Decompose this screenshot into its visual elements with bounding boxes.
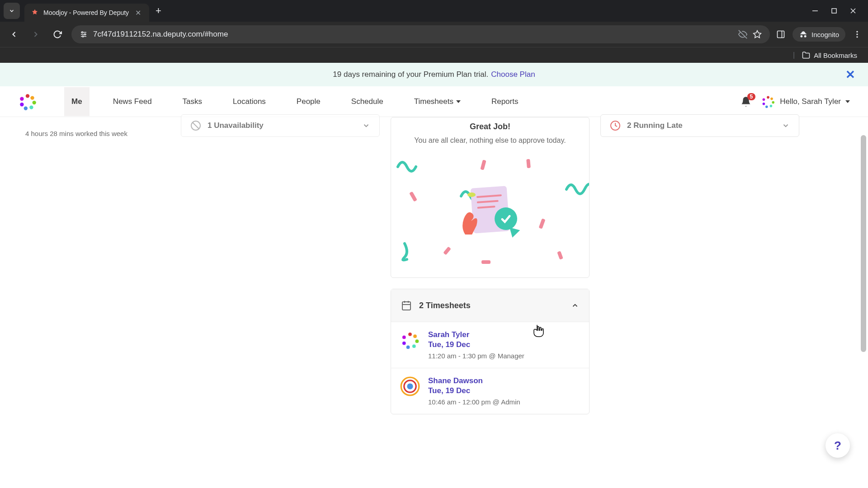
svg-point-39 — [408, 333, 412, 336]
tab-title: Moodjoy - Powered By Deputy — [43, 9, 129, 16]
nav-people[interactable]: People — [289, 87, 328, 116]
tab-bar: Moodjoy - Powered By Deputy ✕ + — [0, 0, 868, 22]
browser-tab[interactable]: Moodjoy - Powered By Deputy ✕ — [24, 4, 149, 22]
incognito-label: Incognito — [811, 31, 839, 38]
user-menu[interactable]: Hello, Sarah Tyler — [761, 94, 850, 109]
tab-search-button[interactable] — [4, 3, 20, 19]
minimize-button[interactable] — [812, 8, 818, 14]
svg-rect-12 — [778, 31, 784, 38]
star-icon[interactable] — [753, 30, 762, 39]
svg-point-27 — [772, 101, 775, 103]
svg-rect-1 — [832, 9, 836, 13]
nav-timesheets[interactable]: Timesheets — [407, 87, 468, 116]
all-bookmarks-label: All Bookmarks — [814, 52, 857, 59]
unavailability-title: 1 Unavailability — [208, 121, 356, 130]
user-avatar-icon — [761, 94, 775, 109]
nav-reports[interactable]: Reports — [484, 87, 526, 116]
svg-marker-11 — [754, 31, 761, 38]
browser-nav-bar: 7cf47d19112152.na.deputy.com/#home Incog… — [0, 22, 868, 47]
site-settings-icon[interactable] — [80, 30, 88, 38]
svg-point-17 — [26, 94, 29, 98]
deputy-logo-icon[interactable] — [18, 92, 37, 111]
reload-button[interactable] — [50, 27, 65, 42]
close-window-button[interactable] — [850, 8, 856, 14]
nav-tasks[interactable]: Tasks — [175, 87, 209, 116]
clock-alert-icon — [610, 120, 621, 131]
notifications-button[interactable]: 5 — [740, 96, 752, 108]
timesheets-header[interactable]: 2 Timesheets — [391, 289, 589, 322]
bell-badge: 5 — [747, 93, 756, 100]
timesheet-date: Tue, 19 Dec — [428, 386, 520, 395]
svg-point-8 — [85, 34, 86, 35]
folder-icon — [802, 51, 810, 59]
help-button[interactable]: ? — [826, 433, 850, 458]
timesheet-name: Shane Dawson — [428, 376, 520, 385]
incognito-badge[interactable]: Incognito — [793, 27, 845, 42]
svg-point-25 — [767, 96, 769, 99]
nav-schedule[interactable]: Schedule — [344, 87, 391, 116]
svg-point-42 — [412, 345, 416, 348]
svg-line-34 — [193, 122, 199, 129]
approve-card: Great Job! You are all clear, nothing el… — [391, 117, 590, 278]
kebab-menu-icon[interactable] — [853, 30, 862, 39]
svg-point-21 — [24, 106, 28, 110]
incognito-icon — [799, 30, 808, 39]
chevron-up-icon — [571, 301, 579, 310]
ban-icon — [190, 120, 201, 131]
timesheets-card: 2 Timesheets Sarah Tyler Tue, 19 Dec 11:… — [391, 289, 590, 414]
banner-text: 19 days remaining of your Premium Plan t… — [333, 70, 488, 79]
scrollbar[interactable] — [860, 63, 867, 471]
running-late-card[interactable]: 2 Running Late — [600, 114, 799, 137]
timesheet-row[interactable]: Shane Dawson Tue, 19 Dec 10:46 am - 12:0… — [391, 368, 589, 414]
eye-off-icon[interactable] — [738, 30, 747, 39]
side-panel-icon[interactable] — [776, 30, 785, 39]
svg-marker-24 — [456, 100, 461, 103]
timesheet-name: Sarah Tyler — [428, 330, 524, 339]
chevron-down-icon — [782, 122, 790, 130]
svg-point-29 — [765, 105, 768, 108]
running-late-title: 2 Running Late — [627, 121, 775, 130]
choose-plan-link[interactable]: Choose Plan — [491, 70, 535, 79]
app-nav: Me News Feed Tasks Locations People Sche… — [0, 86, 868, 117]
back-button[interactable] — [6, 27, 22, 42]
caret-down-icon — [845, 99, 850, 104]
all-bookmarks-button[interactable]: All Bookmarks — [802, 51, 857, 59]
svg-point-31 — [763, 98, 765, 101]
svg-point-41 — [415, 340, 419, 343]
chevron-down-icon — [362, 122, 370, 130]
help-icon: ? — [834, 439, 841, 453]
scrollbar-thumb[interactable] — [861, 135, 866, 352]
svg-point-43 — [406, 346, 410, 349]
nav-timesheets-label: Timesheets — [414, 97, 453, 106]
new-tab-button[interactable]: + — [156, 5, 161, 17]
nav-locations[interactable]: Locations — [226, 87, 273, 116]
timesheet-row[interactable]: Sarah Tyler Tue, 19 Dec 11:20 am - 1:30 … — [391, 322, 589, 368]
svg-point-14 — [856, 31, 858, 33]
deputy-favicon-icon — [31, 9, 39, 17]
svg-point-30 — [763, 103, 765, 105]
svg-point-9 — [82, 36, 84, 37]
tab-close-button[interactable]: ✕ — [133, 9, 143, 17]
nav-me[interactable]: Me — [64, 87, 90, 116]
svg-point-16 — [856, 36, 858, 38]
timesheets-title: 2 Timesheets — [419, 301, 564, 310]
forward-button[interactable] — [28, 27, 43, 42]
unavailability-card[interactable]: 1 Unavailability — [181, 114, 380, 137]
timesheet-time: 10:46 am - 12:00 pm @ Admin — [428, 398, 520, 406]
svg-point-44 — [402, 342, 406, 345]
svg-point-26 — [770, 97, 773, 100]
svg-point-40 — [413, 335, 417, 338]
bookmarks-bar: | All Bookmarks — [0, 47, 868, 63]
timesheet-time: 11:20 am - 1:30 pm @ Manager — [428, 352, 524, 360]
banner-close-button[interactable]: ✕ — [845, 68, 855, 82]
svg-point-28 — [770, 104, 773, 107]
svg-point-45 — [402, 336, 406, 339]
svg-point-23 — [20, 97, 24, 100]
approve-title: Great Job! — [391, 122, 589, 131]
nav-newsfeed[interactable]: News Feed — [106, 87, 159, 116]
svg-point-15 — [856, 33, 858, 35]
url-bar[interactable]: 7cf47d19112152.na.deputy.com/#home — [71, 25, 770, 43]
avatar-icon — [400, 376, 420, 396]
svg-point-19 — [33, 100, 36, 104]
maximize-button[interactable] — [831, 8, 837, 14]
